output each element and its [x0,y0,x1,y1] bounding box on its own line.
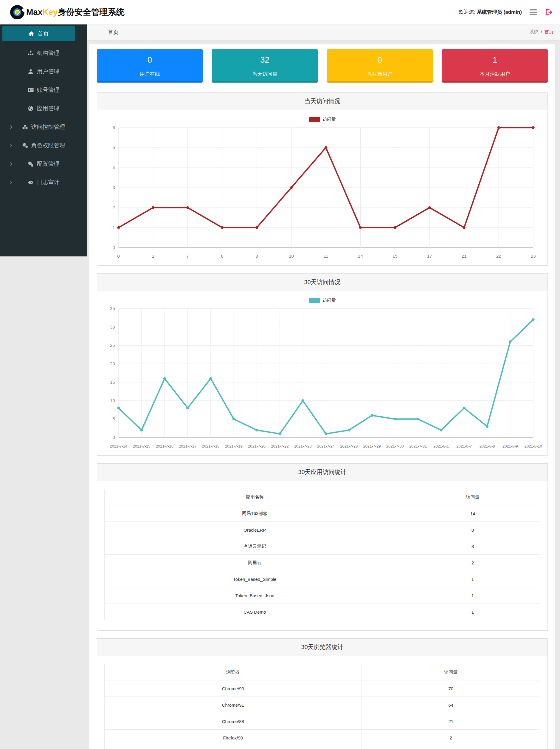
logout-icon[interactable] [544,8,552,16]
svg-text:8: 8 [221,253,223,258]
table-cell: 70 [361,680,540,697]
table-header-cell: 应用名称 [105,489,405,506]
svg-text:17: 17 [427,253,432,258]
svg-text:2021-7-29: 2021-7-29 [363,444,381,448]
table-cell: 1 [405,604,540,620]
brand-logo[interactable]: MaxKey身份安全管理系统 [10,5,125,19]
svg-text:2021-7-16: 2021-7-16 [156,444,174,448]
panels-container: 当天访问情况访问量012345601789101114151721222330天… [97,92,548,749]
svg-text:1: 1 [112,225,115,230]
maxkey-logo-icon [10,5,24,19]
sitemap-icon [28,50,34,56]
svg-text:2: 2 [112,205,115,210]
sidebar-item-app[interactable]: 应用管理 [0,99,87,118]
stat-card-2: 32当天访问量 [212,49,318,83]
table-row: Chrome/9164 [105,697,540,713]
svg-text:22: 22 [496,253,501,258]
brand-title: MaxKey身份安全管理系统 [26,6,125,18]
breadcrumb: 系统 / 首页 [529,29,554,35]
chevron-right-icon [9,180,13,185]
panel-header: 30天应用访问统计 [97,464,547,481]
table-wrapper: 浏览器访问量Chrome/9070Chrome/9164Chrome/8821F… [97,658,547,749]
svg-text:25: 25 [110,343,115,348]
stat-card-4: 1本月活跃用户 [442,49,548,83]
id-card-icon [28,87,34,93]
sidebar-item-config[interactable]: 配置管理 [0,155,87,173]
chevron-right-icon [9,125,13,129]
svg-text:2021-8-8: 2021-8-8 [479,444,495,448]
sidebar-item-label: 角色权限管理 [31,142,65,149]
table-row: Chrome/9070 [105,680,540,697]
svg-text:2021-7-20: 2021-7-20 [248,444,266,448]
panel-header: 30天访问情况 [97,274,547,291]
panel-title: 当天访问情况 [305,97,340,105]
welcome-text: 欢迎您: 系统管理员 (admin) [459,9,522,16]
stat-card-label: 当天访问量 [212,71,318,78]
stat-card-label: 当月新用户 [327,71,433,78]
svg-text:2021-7-15: 2021-7-15 [133,444,151,448]
svg-text:15: 15 [393,253,398,258]
sidebar-item-access[interactable]: 访问控制管理 [0,118,87,136]
svg-text:9: 9 [255,253,258,258]
table-cell: 有道云笔记 [105,538,405,555]
sidebar-item-org[interactable]: 机构管理 [0,44,87,62]
app-header: MaxKey身份安全管理系统 欢迎您: 系统管理员 (admin) [0,0,560,24]
svg-text:20: 20 [110,361,115,366]
svg-text:0: 0 [117,253,120,258]
header-right: 欢迎您: 系统管理员 (admin) [459,8,552,16]
stat-card-value: 32 [212,56,318,64]
table-row: 阿里云2 [105,555,540,571]
sidebar-item-role[interactable]: 角色权限管理 [0,136,87,155]
table-cell: Chrome/90 [105,680,362,697]
table-cell: Token_Based_Simple [105,571,405,587]
svg-text:15: 15 [110,380,115,385]
table-cell: Firefox/84 [105,746,362,749]
chevron-right-icon [9,144,13,148]
table-cell: 64 [361,697,540,713]
svg-text:10: 10 [289,253,294,258]
sidebar-item-audit[interactable]: 日志审计 [0,173,87,192]
svg-text:2021-8-9: 2021-8-9 [502,444,518,448]
sidebar-item-home[interactable]: 首页 [2,26,75,41]
user-icon [28,69,34,74]
svg-text:2021-7-19: 2021-7-19 [225,444,243,448]
breadcrumb-separator: / [541,29,542,34]
svg-text:6: 6 [112,125,115,130]
svg-text:4: 4 [112,165,115,170]
svg-text:30: 30 [110,324,115,329]
svg-text:5: 5 [112,145,115,150]
breadcrumb-system-link[interactable]: 系统 [529,29,538,34]
menu-toggle-icon[interactable] [529,8,538,16]
table-cell: 1 [405,587,540,604]
stat-card-3: 0当月新用户 [327,49,433,83]
svg-text:5: 5 [112,416,115,422]
sidebar-item-label: 首页 [38,30,49,38]
breadcrumb-home-link[interactable]: 首页 [544,29,554,34]
legend-label: 访问量 [322,298,336,303]
svg-text:21: 21 [462,253,467,258]
panel-title: 30天浏览器统计 [301,643,343,651]
table-cell: 1 [361,746,540,749]
table-header-cell: 浏览器 [105,664,362,680]
panel-title: 30天访问情况 [304,278,340,286]
svg-text:2021-7-14: 2021-7-14 [110,444,127,448]
sidebar-item-label: 访问控制管理 [31,123,65,131]
panel-browser-stats: 30天浏览器统计浏览器访问量Chrome/9070Chrome/9164Chro… [97,638,548,749]
table-cell: OracleERP [105,522,405,538]
svg-text:2021-7-31: 2021-7-31 [409,444,427,448]
table-cell: 3 [405,538,540,555]
table-cell: 1 [405,571,540,587]
sidebar-item-account[interactable]: 账号管理 [0,81,87,99]
table-header-row: 应用名称访问量 [105,489,540,506]
chart-legend: 访问量 [97,116,547,122]
today-visits-chart: 0123456017891011141517212223 [97,123,547,262]
svg-text:7: 7 [186,253,189,258]
thirty-day-visits-chart: 051015202530352021-7-142021-7-152021-7-1… [97,304,547,452]
panel-title: 30天应用访问统计 [298,468,346,476]
svg-text:2021-8-10: 2021-8-10 [524,444,542,448]
legend-swatch [309,298,320,303]
table-cell: 2 [405,555,540,571]
table-row: 有道云笔记3 [105,538,540,555]
panel-body: 访问量051015202530352021-7-142021-7-152021-… [97,291,547,455]
sidebar-item-user[interactable]: 用户管理 [0,62,87,81]
